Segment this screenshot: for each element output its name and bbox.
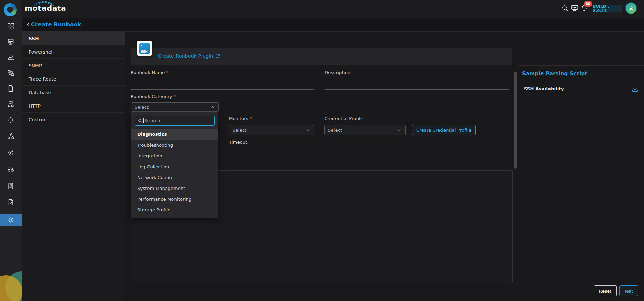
chevron-down-icon — [397, 128, 402, 133]
rail-alerts-icon[interactable] — [0, 114, 22, 126]
timeout-input[interactable] — [229, 149, 314, 157]
main-content: >_ SSH Create Runbook Plugin Runbook Nam… — [125, 32, 644, 301]
category-search-box[interactable] — [135, 116, 215, 126]
logo-dot — [53, 5, 54, 6]
user-avatar[interactable] — [625, 2, 637, 14]
credential-profile-select[interactable]: Select — [324, 125, 406, 135]
download-icon[interactable] — [631, 85, 639, 93]
option-storage-profile[interactable]: Storage Profile — [131, 204, 218, 215]
runbook-name-label: Runbook Name* — [131, 70, 168, 75]
logo-dot — [50, 3, 52, 5]
rail-metrics-icon[interactable] — [0, 52, 22, 63]
brand-logo-icon[interactable] — [4, 3, 17, 16]
runbook-category-value: Select — [135, 105, 149, 110]
required-marker: * — [250, 116, 252, 121]
rail-network-icon[interactable] — [0, 98, 22, 110]
logo-dot — [34, 5, 35, 6]
rail-reports-icon[interactable] — [0, 180, 22, 192]
sidebar-item-http[interactable]: HTTP — [22, 99, 125, 113]
create-runbook-page: motadata 80 BUILD : 8.0.23 Create Runboo… — [0, 0, 644, 301]
icon-rail — [0, 0, 22, 301]
required-marker: * — [173, 94, 176, 99]
plugin-type-sidebar: SSH Powershell SNMP Trace Route Database… — [22, 32, 125, 301]
rail-dashboard-icon[interactable] — [0, 21, 22, 32]
build-version-badge: BUILD : 8.0.23 — [593, 5, 622, 12]
test-button[interactable]: Test — [619, 285, 638, 296]
option-performance-monitoring[interactable]: Performance Monitoring — [131, 194, 218, 204]
sidebar-item-database[interactable]: Database — [22, 86, 125, 99]
chevron-up-icon — [210, 105, 215, 109]
create-runbook-plugin-link[interactable]: Create Runbook Plugin — [158, 53, 220, 59]
rail-discovery-icon[interactable] — [0, 164, 22, 175]
ssh-plugin-icon-label: SSH — [139, 50, 150, 53]
page-title: Create Runbook — [31, 21, 81, 28]
create-runbook-plugin-link-label: Create Runbook Plugin — [158, 53, 213, 59]
rail-topology-icon[interactable] — [0, 67, 22, 79]
create-credential-profile-button[interactable]: Create Credential Profile — [412, 125, 476, 135]
option-diagnostics[interactable]: Diagnostics — [131, 129, 218, 140]
reset-button[interactable]: Reset — [594, 285, 617, 296]
external-link-icon — [215, 54, 220, 58]
right-panel-top-border — [518, 65, 644, 66]
sample-parsing-script-title: Sample Parsing Script — [522, 71, 587, 77]
notification-count-badge: 80 — [584, 1, 592, 7]
category-dropdown-panel: Diagnostics Troubleshooting Integration … — [131, 112, 218, 218]
rail-monitors-icon[interactable] — [0, 36, 22, 48]
rail-document-icon[interactable] — [0, 83, 22, 94]
vertical-scrollbar[interactable] — [514, 72, 517, 169]
category-search-input[interactable] — [144, 118, 205, 123]
runbook-category-select[interactable]: Select — [131, 102, 219, 112]
ssh-plugin-card: >_ SSH — [137, 41, 152, 56]
description-input[interactable] — [325, 81, 509, 90]
logo-dot — [38, 2, 41, 4]
logo-dot — [36, 3, 37, 5]
required-marker: * — [166, 70, 169, 75]
topbar: motadata 80 BUILD : 8.0.23 — [22, 0, 644, 18]
sidebar-item-ssh[interactable]: SSH — [22, 32, 125, 45]
rail-settings-icon[interactable] — [0, 214, 22, 226]
option-log-collection[interactable]: Log Collection — [131, 161, 218, 172]
category-options-list: Diagnostics Troubleshooting Integration … — [131, 129, 218, 215]
right-panel-divider — [522, 98, 642, 98]
runbook-category-label: Runbook Category* — [131, 94, 176, 99]
monitors-value: Select — [233, 128, 246, 133]
terminal-prompt-glyph: >_ — [141, 44, 144, 47]
sidebar-item-trace-route[interactable]: Trace Route — [22, 72, 125, 86]
option-system-management[interactable]: System Management — [131, 183, 218, 194]
search-icon[interactable] — [561, 4, 569, 12]
search-icon — [138, 118, 142, 123]
credential-profile-label: Credential Profile — [324, 116, 363, 121]
credential-profile-value: Select — [328, 128, 342, 133]
text-caret — [143, 118, 144, 123]
page-header: Create Runbook — [22, 18, 644, 32]
brand-wordmark: motadata — [25, 4, 66, 12]
logo-dot — [45, 1, 47, 3]
monitors-select[interactable]: Select — [229, 125, 314, 135]
ssh-plugin-icon: >_ SSH — [139, 43, 150, 54]
remote-console-icon[interactable] — [571, 4, 579, 12]
sidebar-item-powershell[interactable]: Powershell — [22, 45, 125, 59]
sidebar-item-snmp[interactable]: SNMP — [22, 59, 125, 72]
timeout-label: Timeout — [229, 140, 247, 145]
option-troubleshooting[interactable]: Troubleshooting — [131, 140, 218, 150]
rail-audit-icon[interactable] — [0, 197, 22, 208]
option-network-config[interactable]: Network Config — [131, 172, 218, 183]
option-integration[interactable]: Integration — [131, 150, 218, 161]
monitors-label: Monitors* — [229, 116, 252, 121]
rail-automation-icon[interactable] — [0, 147, 22, 159]
logo-dot — [42, 1, 44, 3]
chevron-down-icon — [305, 128, 310, 133]
rail-orgchart-icon[interactable] — [0, 130, 22, 142]
sample-script-name: SSH Availability — [524, 86, 564, 91]
logo-dot — [48, 2, 50, 4]
description-label: Description — [325, 70, 350, 75]
runbook-name-input[interactable] — [131, 81, 314, 90]
sidebar-item-custom[interactable]: Custom — [22, 113, 125, 126]
